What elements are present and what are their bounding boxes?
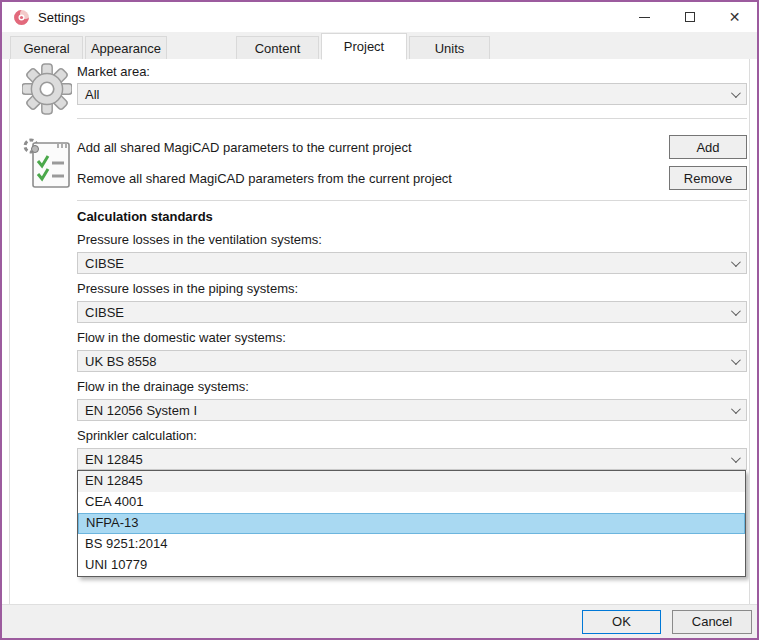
project-tab-page: Market area: All Add all shared MagiCAD … xyxy=(9,58,750,604)
chevron-down-icon xyxy=(731,355,741,365)
add-params-label: Add all shared MagiCAD parameters to the… xyxy=(77,140,669,155)
market-area-select[interactable]: All xyxy=(77,83,747,105)
cancel-button[interactable]: Cancel xyxy=(672,610,752,634)
drainage-flow-label: Flow in the drainage systems: xyxy=(77,379,747,395)
close-icon: ✕ xyxy=(729,10,741,24)
domestic-water-flow-value: UK BS 8558 xyxy=(85,354,731,369)
chevron-down-icon xyxy=(731,404,741,414)
separator xyxy=(77,200,747,201)
dropdown-option-en-12845[interactable]: EN 12845 xyxy=(78,471,745,492)
calculation-standards-heading: Calculation standards xyxy=(77,209,747,225)
sprinkler-dropdown-list: EN 12845 CEA 4001 NFPA-13 BS 9251:2014 U… xyxy=(77,470,746,577)
titlebar: Settings ✕ xyxy=(2,2,757,32)
gear-icon xyxy=(22,63,74,119)
magicad-logo-icon xyxy=(13,9,30,26)
settings-window: Settings ✕ General Appearance Content Pr… xyxy=(0,0,759,640)
tab-units[interactable]: Units xyxy=(409,36,490,59)
tab-project[interactable]: Project xyxy=(321,33,407,60)
chevron-down-icon xyxy=(731,306,741,316)
drainage-flow-select[interactable]: EN 12056 System I xyxy=(77,399,747,421)
page-content: Market area: All Add all shared MagiCAD … xyxy=(77,64,747,577)
market-area-value: All xyxy=(85,87,731,102)
window-controls: ✕ xyxy=(622,2,757,32)
maximize-icon xyxy=(685,12,695,22)
window-title: Settings xyxy=(38,10,85,25)
tab-project-label: Project xyxy=(344,39,384,54)
dropdown-option-bs-9251-2014[interactable]: BS 9251:2014 xyxy=(78,534,745,555)
ok-button[interactable]: OK xyxy=(582,610,661,634)
sprinkler-calculation-value: EN 12845 xyxy=(85,452,731,467)
chevron-down-icon xyxy=(731,453,741,463)
remove-params-row: Remove all shared MagiCAD parameters fro… xyxy=(77,166,747,190)
domestic-water-flow-label: Flow in the domestic water systems: xyxy=(77,330,747,346)
minimize-icon xyxy=(639,17,650,18)
tab-content-label: Content xyxy=(255,41,301,56)
tab-general[interactable]: General xyxy=(10,36,83,59)
maximize-button[interactable] xyxy=(667,2,712,32)
piping-pressure-value: CIBSE xyxy=(85,305,731,320)
section-icon-column xyxy=(22,63,74,194)
ventilation-pressure-label: Pressure losses in the ventilation syste… xyxy=(77,232,747,248)
sprinkler-calculation-label: Sprinkler calculation: xyxy=(77,428,747,444)
add-button[interactable]: Add xyxy=(669,135,747,159)
piping-pressure-label: Pressure losses in the piping systems: xyxy=(77,281,747,297)
dropdown-option-uni-10779[interactable]: UNI 10779 xyxy=(78,555,745,576)
tab-appearance-label: Appearance xyxy=(91,41,161,56)
dropdown-option-cea-4001[interactable]: CEA 4001 xyxy=(78,492,745,513)
ventilation-pressure-select[interactable]: CIBSE xyxy=(77,252,747,274)
domestic-water-flow-select[interactable]: UK BS 8558 xyxy=(77,350,747,372)
sprinkler-calculation-select[interactable]: EN 12845 xyxy=(77,448,747,470)
remove-button[interactable]: Remove xyxy=(669,166,747,190)
tab-content[interactable]: Content xyxy=(236,36,319,59)
separator xyxy=(77,118,747,119)
chevron-down-icon xyxy=(731,257,741,267)
tab-units-label: Units xyxy=(435,41,465,56)
drainage-flow-value: EN 12056 System I xyxy=(85,403,731,418)
checklist-icon xyxy=(22,136,74,194)
tab-strip: General Appearance Content Project Units xyxy=(2,32,757,59)
tab-appearance[interactable]: Appearance xyxy=(85,36,167,59)
add-params-row: Add all shared MagiCAD parameters to the… xyxy=(77,135,747,159)
close-button[interactable]: ✕ xyxy=(712,2,757,32)
market-area-label: Market area: xyxy=(77,64,747,80)
dialog-footer: OK Cancel xyxy=(2,604,757,638)
tab-general-label: General xyxy=(23,41,69,56)
remove-params-label: Remove all shared MagiCAD parameters fro… xyxy=(77,171,669,186)
dropdown-option-nfpa-13[interactable]: NFPA-13 xyxy=(78,513,745,534)
minimize-button[interactable] xyxy=(622,2,667,32)
chevron-down-icon xyxy=(731,88,741,98)
piping-pressure-select[interactable]: CIBSE xyxy=(77,301,747,323)
ventilation-pressure-value: CIBSE xyxy=(85,256,731,271)
